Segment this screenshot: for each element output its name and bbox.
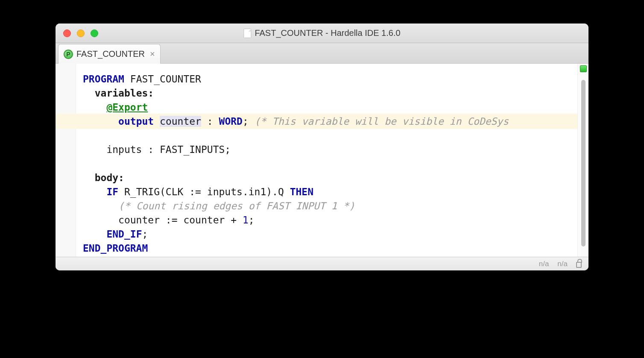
minimize-button[interactable]	[77, 29, 85, 37]
editor-area: 💡 PROGRAM FAST_COUNTER variables: @Expor…	[56, 64, 588, 257]
section-variables: variables:	[95, 88, 154, 99]
statusbar: n/a n/a	[56, 257, 588, 270]
number-one: 1	[243, 214, 249, 226]
keyword-then: THEN	[290, 186, 313, 197]
tab-label: FAST_COUNTER	[76, 49, 145, 59]
lock-icon[interactable]	[576, 262, 582, 268]
keyword-endprogram: END_PROGRAM	[83, 243, 148, 254]
status-position-2: n/a	[557, 260, 568, 268]
keyword-endif: END_IF	[106, 229, 142, 240]
status-position-1: n/a	[539, 260, 549, 268]
keyword-program: PROGRAM	[83, 73, 124, 85]
close-button[interactable]	[63, 29, 71, 37]
variable-inputs: inputs : FAST_INPUTS;	[83, 144, 231, 155]
scrollbar-overview[interactable]	[577, 64, 588, 257]
scrollbar-thumb[interactable]	[581, 80, 585, 246]
section-body: body:	[95, 172, 124, 183]
maximize-button[interactable]	[91, 29, 98, 37]
comment-visible: (* This variable will be visible in CoDe…	[249, 116, 509, 127]
tabbar: P FAST_COUNTER ×	[56, 43, 588, 64]
comment-count: (* Count rising edges of FAST INPUT 1 *)	[118, 200, 355, 211]
build-status-icon[interactable]	[580, 65, 587, 72]
keyword-if: IF	[106, 186, 118, 197]
code-content[interactable]: PROGRAM FAST_COUNTER variables: @Export …	[76, 64, 577, 255]
window-title-area: FAST_COUNTER - Hardella IDE 1.6.0	[243, 28, 400, 38]
type-word: WORD	[219, 116, 243, 127]
program-icon: P	[64, 50, 73, 59]
variable-counter: counter	[160, 116, 201, 127]
editor-tab[interactable]: P FAST_COUNTER ×	[58, 44, 161, 64]
document-icon	[243, 29, 251, 38]
keyword-output: output	[118, 116, 154, 127]
window: FAST_COUNTER - Hardella IDE 1.6.0 P FAST…	[56, 23, 588, 270]
annotation-export[interactable]: @Export	[106, 102, 148, 113]
tab-close-icon[interactable]: ×	[150, 49, 155, 59]
titlebar: FAST_COUNTER - Hardella IDE 1.6.0	[56, 23, 588, 43]
gutter: 💡	[56, 64, 76, 257]
traffic-lights	[56, 29, 98, 37]
code-area[interactable]: PROGRAM FAST_COUNTER variables: @Export …	[76, 64, 577, 257]
window-title: FAST_COUNTER - Hardella IDE 1.6.0	[255, 28, 400, 38]
